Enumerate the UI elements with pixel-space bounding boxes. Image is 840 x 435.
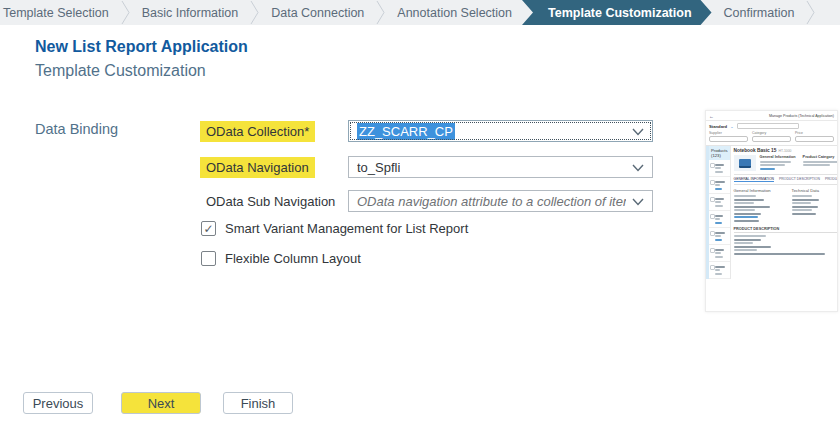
step-separator-icon xyxy=(121,0,130,25)
checkbox-row-flexible-column: Flexible Column Layout xyxy=(201,251,361,266)
text-line xyxy=(792,206,818,208)
text-line xyxy=(734,242,753,244)
chevron-down-icon[interactable] xyxy=(632,124,644,139)
flexible-column-checkbox-label: Flexible Column Layout xyxy=(225,251,361,266)
flexible-column-checkbox[interactable] xyxy=(201,251,216,266)
text-line xyxy=(734,220,759,222)
text-line xyxy=(734,216,758,218)
form-row-odata-collection: OData Collection* ZZ_SCARR_CP xyxy=(200,120,653,142)
odata-collection-combobox[interactable]: ZZ_SCARR_CP xyxy=(348,120,653,142)
text-line xyxy=(715,188,722,190)
text-line xyxy=(734,206,770,208)
preview-tab: GENERAL INFORMATION xyxy=(734,177,775,182)
step-confirmation[interactable]: Confirmation xyxy=(712,0,807,25)
step-separator-icon xyxy=(376,0,385,25)
chevron-down-icon: ⌄ xyxy=(730,124,733,129)
preview-category-column: Product Category xyxy=(803,155,838,171)
step-separator-icon xyxy=(806,0,815,25)
info-column-header: General Information xyxy=(760,155,799,159)
list-item xyxy=(709,211,730,228)
preview-tab-bar: GENERAL INFORMATION PRODUCT DESCRIPTION … xyxy=(734,174,838,185)
finish-button[interactable]: Finish xyxy=(223,392,293,414)
odata-sub-navigation-placeholder: OData navigation attribute to a collecti… xyxy=(357,194,626,209)
preview-search-input xyxy=(737,123,799,129)
text-line xyxy=(715,269,720,271)
odata-sub-navigation-label: OData Sub Navigation xyxy=(200,191,348,212)
text-line xyxy=(734,199,764,201)
text-line xyxy=(734,235,766,237)
preview-app-title: Manage Products (Technical Application) xyxy=(769,114,834,118)
preview-filter-fields: Supplier Category Price xyxy=(709,131,834,142)
text-line xyxy=(734,239,761,241)
text-line xyxy=(715,184,720,186)
text-line xyxy=(715,232,725,234)
preview-tab: PRODUCT DESCRIPTION xyxy=(779,177,820,182)
preview-filter-input xyxy=(752,136,791,142)
smart-variant-checkbox[interactable]: ✓ xyxy=(201,221,216,236)
odata-navigation-value: to_Spfli xyxy=(357,160,400,175)
product-image xyxy=(734,155,756,171)
detail-title-text: Notebook Basic 15 xyxy=(734,148,777,153)
odata-sub-navigation-combobox[interactable]: OData navigation attribute to a collecti… xyxy=(348,190,653,212)
list-item xyxy=(709,194,730,211)
text-line xyxy=(734,195,757,197)
form-row-odata-navigation: OData Navigation to_Spfli xyxy=(200,156,653,178)
preview-filter-bar: Standard ⌄ Supplier Category Price xyxy=(706,121,837,146)
chevron-down-icon[interactable] xyxy=(632,194,644,209)
step-label: Data Connection xyxy=(271,6,364,20)
text-line xyxy=(734,209,755,211)
text-line xyxy=(715,205,723,207)
preview-filter-supplier: Supplier xyxy=(709,131,748,142)
text-line xyxy=(803,164,830,166)
preview-filter-label: Category xyxy=(752,131,791,135)
list-item xyxy=(709,177,730,194)
list-item xyxy=(709,160,730,177)
text-line xyxy=(792,213,816,215)
section-label-data-binding: Data Binding xyxy=(35,121,118,137)
category-column-header: Product Category xyxy=(803,155,838,159)
list-item xyxy=(709,262,730,279)
odata-collection-label: OData Collection* xyxy=(200,121,348,142)
preview-detail-title: Notebook Basic 15HT-1000 xyxy=(734,148,838,153)
previous-button[interactable]: Previous xyxy=(23,392,93,414)
text-line xyxy=(792,195,812,197)
text-line xyxy=(715,249,724,251)
step-separator-icon xyxy=(250,0,259,25)
step-data-connection[interactable]: Data Connection xyxy=(259,0,376,25)
step-template-customization-active[interactable]: Template Customization xyxy=(522,0,712,25)
text-line xyxy=(792,209,812,211)
technical-section-header: Technical Data xyxy=(792,188,838,193)
text-line xyxy=(715,164,724,166)
odata-navigation-combobox[interactable]: to_Spfli xyxy=(348,156,653,178)
chevron-down-icon[interactable] xyxy=(632,160,644,175)
preview-filter-label: Supplier xyxy=(709,131,748,135)
preview-filter-label: Price xyxy=(795,131,834,135)
step-basic-information[interactable]: Basic Information xyxy=(130,0,251,25)
preview-app-header: ← Manage Products (Technical Application… xyxy=(706,111,837,121)
wizard-step-bar: Template Selection Basic Information Dat… xyxy=(0,0,840,25)
text-line xyxy=(715,222,722,224)
text-line xyxy=(792,202,811,204)
text-line xyxy=(715,256,723,258)
preview-sections-row: General Information Technical Data xyxy=(734,188,838,223)
checkbox-row-smart-variant: ✓ Smart Variant Management for List Repo… xyxy=(201,221,468,236)
text-line xyxy=(715,252,721,254)
odata-sub-navigation-label-text: OData Sub Navigation xyxy=(206,194,335,209)
step-template-selection[interactable]: Template Selection xyxy=(0,0,121,25)
text-line xyxy=(803,161,838,163)
smart-variant-checkbox-label: Smart Variant Management for List Report xyxy=(225,221,468,236)
odata-collection-label-text: OData Collection* xyxy=(200,121,315,142)
odata-navigation-label-text: OData Navigation xyxy=(200,157,315,178)
list-item xyxy=(709,228,730,245)
text-line xyxy=(792,199,820,201)
text-line xyxy=(715,239,722,241)
text-line xyxy=(734,253,826,255)
next-button[interactable]: Next xyxy=(121,392,201,414)
step-label: Basic Information xyxy=(142,6,239,20)
step-annotation-selection[interactable]: Annotation Selection xyxy=(385,0,524,25)
page-subtitle: Template Customization xyxy=(35,62,206,80)
text-line xyxy=(715,273,722,275)
odata-collection-value: ZZ_SCARR_CP xyxy=(357,123,455,140)
preview-variant-label: Standard xyxy=(709,124,727,129)
text-line xyxy=(715,215,723,217)
